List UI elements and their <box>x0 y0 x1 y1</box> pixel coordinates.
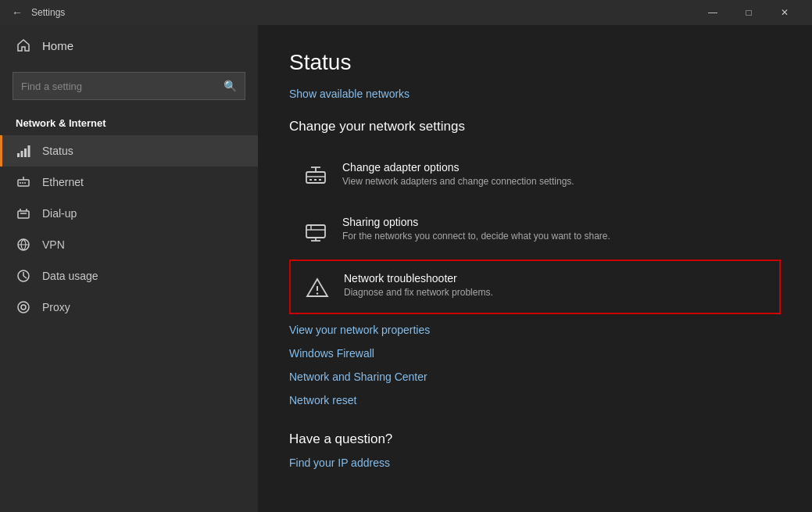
svg-rect-23 <box>319 179 321 181</box>
vpn-icon <box>16 237 31 252</box>
proxy-label: Proxy <box>42 301 70 313</box>
status-icon <box>16 143 31 159</box>
adapter-title: Change adapter options <box>342 161 768 174</box>
find-ip-link[interactable]: Find your IP address <box>289 457 781 469</box>
svg-point-16 <box>21 305 26 310</box>
sharing-desc: For the networks you connect to, decide … <box>342 231 768 242</box>
adapter-icon <box>302 163 330 191</box>
network-reset-link[interactable]: Network reset <box>289 394 781 406</box>
have-question-title: Have a question? <box>289 431 781 447</box>
troubleshooter-title: Network troubleshooter <box>344 272 767 285</box>
troubleshooter-desc: Diagnose and fix network problems. <box>344 287 767 298</box>
sidebar-item-vpn[interactable]: VPN <box>0 229 258 260</box>
maximize-button[interactable]: □ <box>731 0 767 25</box>
search-container: 🔍 <box>0 66 258 109</box>
sidebar-home-label: Home <box>42 39 73 52</box>
sidebar-item-ethernet[interactable]: Ethernet <box>0 166 258 198</box>
search-input[interactable] <box>21 81 217 92</box>
sharing-title: Sharing options <box>342 216 768 228</box>
troubleshooter-icon <box>303 274 331 302</box>
svg-rect-0 <box>17 153 20 157</box>
vpn-label: VPN <box>42 238 65 251</box>
content-area: Status Show available networks Change yo… <box>258 25 812 512</box>
back-button[interactable]: ← <box>9 5 25 20</box>
title-bar: ← Settings — □ ✕ <box>0 0 812 25</box>
status-label: Status <box>42 145 73 157</box>
proxy-icon <box>16 299 31 315</box>
datausage-icon <box>16 268 31 284</box>
settings-links: View your network properties Windows Fir… <box>289 324 781 406</box>
sidebar-item-datausage[interactable]: Data usage <box>0 260 258 292</box>
dialup-label: Dial-up <box>42 207 77 220</box>
sidebar-item-proxy[interactable]: Proxy <box>0 292 258 323</box>
sidebar-item-dialup[interactable]: Dial-up <box>0 198 258 229</box>
svg-point-15 <box>18 302 29 313</box>
sharing-center-link[interactable]: Network and Sharing Center <box>289 371 781 383</box>
svg-rect-22 <box>314 179 317 181</box>
network-props-link[interactable]: View your network properties <box>289 324 781 336</box>
sidebar: Home 🔍 Network & Internet Status <box>0 25 258 512</box>
close-button[interactable]: ✕ <box>767 0 803 25</box>
search-box: 🔍 <box>13 72 245 100</box>
main-layout: Home 🔍 Network & Internet Status <box>0 25 812 512</box>
title-bar-title: Settings <box>31 7 695 18</box>
svg-point-30 <box>317 292 318 294</box>
window-controls: — □ ✕ <box>695 0 803 25</box>
svg-rect-21 <box>309 179 312 181</box>
adapter-desc: View network adapters and change connect… <box>342 176 768 187</box>
sharing-options[interactable]: Sharing options For the networks you con… <box>289 205 781 256</box>
svg-rect-9 <box>18 211 29 218</box>
firewall-link[interactable]: Windows Firewall <box>289 347 781 360</box>
show-available-networks-link[interactable]: Show available networks <box>289 88 781 100</box>
home-icon <box>16 38 31 53</box>
change-settings-title: Change your network settings <box>289 119 781 134</box>
dialup-icon <box>16 206 31 221</box>
minimize-button[interactable]: — <box>695 0 731 25</box>
troubleshooter-option[interactable]: Network troubleshooter Diagnose and fix … <box>289 260 781 314</box>
page-title: Status <box>289 50 781 75</box>
ethernet-icon <box>16 174 31 190</box>
sidebar-section-title: Network & Internet <box>0 109 258 135</box>
search-icon: 🔍 <box>224 80 237 92</box>
svg-rect-4 <box>18 180 29 186</box>
svg-rect-1 <box>21 151 23 157</box>
svg-rect-2 <box>24 149 27 157</box>
sidebar-item-status[interactable]: Status <box>0 135 258 166</box>
sharing-icon <box>302 217 330 245</box>
datausage-label: Data usage <box>42 270 98 282</box>
sidebar-item-home[interactable]: Home <box>0 25 258 66</box>
adapter-options[interactable]: Change adapter options View network adap… <box>289 150 781 202</box>
svg-rect-3 <box>28 145 30 157</box>
ethernet-label: Ethernet <box>42 176 84 188</box>
svg-rect-24 <box>306 225 325 238</box>
svg-rect-17 <box>306 172 325 183</box>
